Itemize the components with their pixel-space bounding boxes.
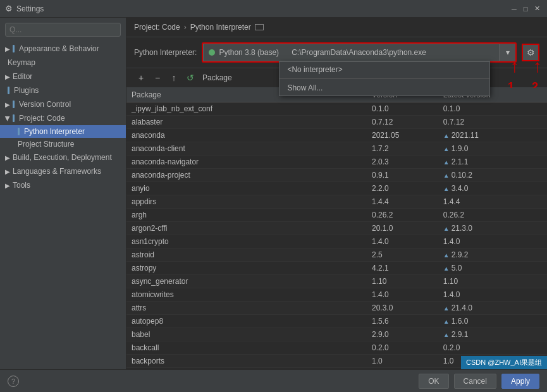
chevron-icon: ▶ [5, 101, 10, 108]
ok-button[interactable]: OK [419, 374, 448, 389]
maximize-button[interactable]: □ [520, 4, 531, 14]
sidebar-item-build-exec[interactable]: ▶ Build, Execution, Deployment [0, 150, 126, 164]
package-version-cell: 2.0.3 [367, 156, 438, 169]
no-interpreter-option[interactable]: <No interpreter> [280, 62, 489, 77]
breadcrumb-page: Python Interpreter [190, 23, 251, 32]
sidebar-item-version-control[interactable]: ▶ Version Control [0, 97, 126, 111]
package-latest-cell: 0.1.0 [438, 102, 547, 116]
table-row: attrs20.3.0▲21.4.0 [126, 302, 547, 315]
move-up-button[interactable]: ↑ [167, 71, 181, 85]
package-name-cell: anaconda-navigator [126, 156, 367, 169]
interpreter-select[interactable]: Python 3.8 (base) C:\ProgramData\Anacond… [203, 44, 515, 61]
no-interpreter-label: <No interpreter> [287, 65, 342, 74]
package-name-cell: async_generator [126, 275, 367, 288]
help-button[interactable]: ? [8, 376, 19, 387]
chevron-icon: ▶ [5, 46, 10, 52]
table-row: autopep81.5.6▲1.6.0 [126, 315, 547, 328]
minimize-button[interactable]: ─ [509, 4, 519, 14]
apply-button[interactable]: Apply [501, 374, 539, 389]
update-arrow-icon: ▲ [443, 318, 450, 325]
update-arrow-icon: ▲ [443, 252, 450, 259]
sidebar-item-project-structure[interactable]: Project Structure [0, 138, 126, 150]
package-latest-cell: ▲3.4.0 [438, 182, 547, 195]
show-all-label: Show All... [287, 83, 323, 92]
package-name-cell: anaconda-client [126, 142, 367, 156]
stripe-icon [8, 87, 9, 94]
status-indicator [209, 49, 215, 56]
package-latest-cell: ▲2.9.2 [438, 248, 547, 262]
sidebar-item-appearance[interactable]: ▶ Appearance & Behavior [0, 42, 126, 56]
package-version-cell: 20.3.0 [367, 302, 438, 315]
dropdown-divider [280, 78, 489, 79]
package-version-cell: 0.26.2 [367, 209, 438, 222]
bottom-actions: OK Cancel Apply [419, 374, 539, 389]
interpreter-label: Python Interpreter: [134, 48, 197, 57]
sidebar-item-label: Python Interpreter [24, 127, 85, 136]
sidebar-item-label: Appearance & Behavior [19, 44, 99, 53]
sidebar-item-languages[interactable]: ▶ Languages & Frameworks [0, 164, 126, 178]
table-row: anaconda-project0.9.1▲0.10.2 [126, 169, 547, 182]
bottom-bar: ? OK Cancel Apply [0, 369, 547, 392]
sidebar-item-project-code[interactable]: ▶ Project: Code [0, 111, 126, 125]
update-arrow-icon: ▲ [443, 132, 450, 139]
package-name-cell: backports [126, 355, 367, 368]
table-row: argon2-cffi20.1.0▲21.3.0 [126, 222, 547, 235]
interpreter-select-wrapper: Python 3.8 (base) C:\ProgramData\Anacond… [202, 42, 517, 63]
update-arrow-icon: ▲ [443, 305, 450, 312]
package-latest-cell: 1.4.0 [438, 288, 547, 302]
sidebar-item-python-interpreter[interactable]: Python Interpreter [0, 125, 126, 138]
remove-package-button[interactable]: − [151, 71, 164, 85]
add-package-button[interactable]: + [134, 71, 148, 85]
search-input[interactable] [5, 23, 121, 37]
sidebar-item-tools[interactable]: ▶ Tools [0, 178, 126, 192]
package-version-cell: 1.4.4 [367, 195, 438, 209]
cancel-button[interactable]: Cancel [454, 374, 496, 389]
sidebar-item-plugins[interactable]: Plugins [0, 83, 126, 97]
package-name-cell: astropy [126, 262, 367, 275]
title-bar: ⚙ Settings ─ □ ✕ [0, 0, 547, 18]
stripe-icon [18, 128, 20, 135]
package-name-cell: backcall [126, 341, 367, 355]
content-area: Project: Code › Python Interpreter Pytho… [126, 18, 547, 369]
breadcrumb: Project: Code › Python Interpreter [126, 18, 547, 37]
close-button[interactable]: ✕ [532, 4, 542, 14]
package-latest-cell: ▲2021.11 [438, 129, 547, 142]
interpreter-settings-button[interactable]: ⚙ [522, 44, 539, 61]
sidebar-item-label: Tools [13, 181, 30, 190]
package-latest-cell: ▲21.4.0 [438, 302, 547, 315]
show-all-option[interactable]: Show All... [280, 80, 489, 95]
package-name-cell: atomicwrites [126, 288, 367, 302]
packages-label: Package [202, 73, 232, 82]
sidebar-item-label: Plugins [14, 86, 39, 95]
sidebar-item-label: Languages & Frameworks [13, 167, 101, 176]
package-version-cell: 1.5.6 [367, 315, 438, 328]
package-version-cell: 4.2.1 [367, 262, 438, 275]
table-row: babel2.9.0▲2.9.1 [126, 328, 547, 341]
package-name-cell: babel [126, 328, 367, 341]
sidebar-item-label: Keymap [8, 58, 35, 67]
sidebar-item-keymap[interactable]: Keymap [0, 56, 126, 70]
stripe-icon [13, 45, 15, 52]
table-row: anaconda-client1.7.2▲1.9.0 [126, 142, 547, 156]
package-name-cell: appdirs [126, 195, 367, 209]
package-latest-cell: 1.4.0 [438, 235, 547, 248]
table-row: atomicwrites1.4.01.4.0 [126, 288, 547, 302]
interpreter-path: C:\ProgramData\Anaconda3\python.exe [292, 48, 496, 57]
window-controls: ─ □ ✕ [509, 4, 542, 14]
package-version-cell: 1.7.2 [367, 142, 438, 156]
dropdown-arrow-button[interactable]: ▾ [499, 44, 515, 61]
sidebar-item-label: Project: Code [19, 114, 65, 123]
package-version-cell: 0.9.1 [367, 169, 438, 182]
package-latest-cell: 0.7.12 [438, 116, 547, 129]
table-row: backcall0.2.00.2.0 [126, 341, 547, 355]
package-latest-cell: 0.2.0 [438, 341, 547, 355]
package-name-cell: astroid [126, 248, 367, 262]
packages-table[interactable]: Package Version Latest version _ipyw_jla… [126, 88, 547, 369]
package-latest-cell: ▲5.0 [438, 262, 547, 275]
refresh-button[interactable]: ↺ [183, 71, 197, 85]
package-version-cell: 0.1.0 [367, 102, 438, 116]
package-name-cell: backports.functools_lru_cache [126, 368, 367, 370]
table-row: astroid2.5▲2.9.2 [126, 248, 547, 262]
sidebar-item-editor[interactable]: ▶ Editor [0, 70, 126, 83]
chevron-icon: ▶ [5, 73, 10, 80]
